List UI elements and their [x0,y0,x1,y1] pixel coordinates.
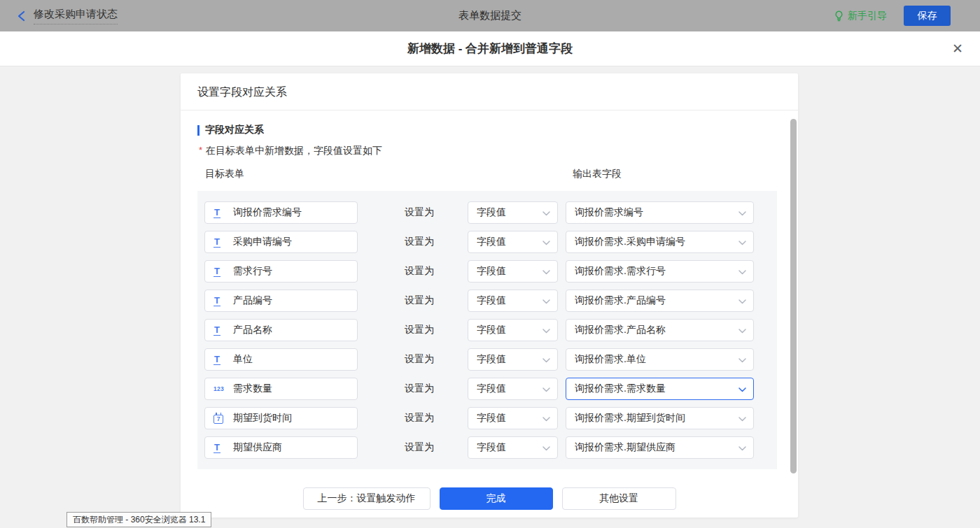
value-type-label: 字段值 [477,353,506,366]
text-field-icon: T [214,237,229,248]
topbar: 修改采购申请状态 表单数据提交 新手引导 保存 [0,0,980,31]
output-field-select[interactable]: 询报价需求.需求行号 [566,260,754,283]
chevron-down-icon [738,211,746,216]
chevron-down-icon [542,270,550,275]
output-field-label: 询报价需求.需求行号 [575,265,666,278]
value-type-select[interactable]: 字段值 [468,319,558,341]
section-title-label: 字段对应关系 [205,124,264,136]
browser-status-tooltip: 百数帮助管理 - 360安全浏览器 13.1 [66,512,211,527]
value-type-label: 字段值 [477,324,506,336]
section-accent-bar [197,125,200,136]
chevron-down-icon [738,270,746,275]
column-headers: 目标表单 输出表字段 [181,168,798,182]
target-field-label: 采购申请编号 [233,236,292,248]
field-mapping-row: 7 期望到货时间 设置为 字段值 询报价需求.期望到货时间 [204,404,777,433]
output-field-label: 询报价需求.需求数量 [575,383,666,395]
output-field-select[interactable]: 询报价需求.产品编号 [566,290,754,312]
output-field-label: 询报价需求编号 [575,206,643,219]
chevron-down-icon [738,387,746,392]
value-type-select[interactable]: 字段值 [468,231,558,253]
chevron-down-icon [738,329,746,334]
target-field-box[interactable]: 123 需求数量 [204,378,358,400]
target-field-label: 期望供应商 [233,441,282,454]
target-field-box[interactable]: T 询报价需求编号 [204,201,358,224]
field-mapping-row: T 期望供应商 设置为 字段值 询报价需求.期望供应商 [204,433,777,462]
set-as-label: 设置为 [405,353,434,366]
output-field-select[interactable]: 询报价需求.单位 [566,348,754,371]
chevron-down-icon [738,358,746,363]
chevron-down-icon [542,241,550,245]
field-mapping-row: 123 需求数量 设置为 字段值 询报价需求.需求数量 [204,374,777,404]
value-type-label: 字段值 [477,412,506,424]
field-mapping-row: T 询报价需求编号 设置为 字段值 询报价需求编号 [204,198,777,227]
chevron-down-icon [542,299,550,304]
target-field-box[interactable]: 7 期望到货时间 [204,407,358,429]
value-type-label: 字段值 [477,206,506,219]
beginner-guide-button[interactable]: 新手引导 [834,10,887,22]
target-field-box[interactable]: T 产品编号 [204,290,358,312]
text-field-icon: T [214,296,229,306]
lightbulb-icon [834,10,844,22]
value-type-select[interactable]: 字段值 [468,290,558,312]
output-field-label: 询报价需求.单位 [575,353,646,366]
output-field-select[interactable]: 询报价需求.需求数量 [566,378,754,400]
target-field-box[interactable]: T 产品名称 [204,319,358,341]
target-field-label: 产品名称 [233,324,272,336]
scrollbar-thumb[interactable] [790,119,797,473]
value-type-select[interactable]: 字段值 [468,348,558,371]
output-field-select[interactable]: 询报价需求.采购申请编号 [566,231,754,253]
target-field-box[interactable]: T 期望供应商 [204,436,358,459]
target-field-label: 询报价需求编号 [233,206,302,219]
value-type-select[interactable]: 字段值 [468,201,558,224]
value-type-select[interactable]: 字段值 [468,436,558,459]
output-field-label: 询报价需求.产品编号 [575,294,666,307]
output-field-label: 询报价需求.产品名称 [575,324,666,336]
target-field-box[interactable]: T 采购申请编号 [204,231,358,253]
set-as-label: 设置为 [405,383,434,395]
chevron-down-icon [738,446,746,451]
set-as-label: 设置为 [405,412,434,424]
close-icon[interactable]: ✕ [952,41,963,57]
number-field-icon: 123 [214,385,229,392]
value-type-select[interactable]: 字段值 [468,260,558,283]
output-field-select[interactable]: 询报价需求.期望供应商 [566,436,754,459]
save-button[interactable]: 保存 [904,6,951,26]
chevron-down-icon [542,358,550,363]
output-field-select[interactable]: 询报价需求.产品名称 [566,319,754,341]
output-field-select[interactable]: 询报价需求.期望到货时间 [566,407,754,429]
set-as-label: 设置为 [405,236,434,248]
chevron-down-icon [542,446,550,451]
field-mapping-row: T 产品名称 设置为 字段值 询报价需求.产品名称 [204,315,777,345]
done-button[interactable]: 完成 [440,487,553,510]
output-field-label: 询报价需求.采购申请编号 [575,236,685,248]
value-type-label: 字段值 [477,383,506,395]
output-field-select[interactable]: 询报价需求编号 [566,201,754,224]
section-title: 字段对应关系 [197,124,781,136]
field-mapping-row: T 产品编号 设置为 字段值 询报价需求.产品编号 [204,286,777,315]
set-as-label: 设置为 [405,441,434,454]
text-field-icon: T [214,325,229,336]
other-settings-button[interactable]: 其他设置 [562,487,676,510]
target-field-label: 需求行号 [233,265,272,278]
chevron-down-icon [542,329,550,334]
beginner-guide-label: 新手引导 [848,10,887,22]
value-type-label: 字段值 [477,236,506,248]
set-as-label: 设置为 [405,294,434,307]
date-field-icon: 7 [214,413,229,424]
value-type-label: 字段值 [477,441,506,454]
value-type-select[interactable]: 字段值 [468,407,558,429]
required-note: *在目标表单中新增数据，字段值设置如下 [199,145,781,157]
output-field-label: 询报价需求.期望到货时间 [575,412,685,424]
mapping-rows-area: T 询报价需求编号 设置为 字段值 询报价需求编号 T 采购申请编号 设置为 字… [197,191,777,469]
previous-step-button[interactable]: 上一步：设置触发动作 [303,487,430,510]
target-field-label: 产品编号 [233,294,272,307]
value-type-select[interactable]: 字段值 [468,378,558,400]
text-field-icon: T [214,266,229,277]
field-mapping-row: T 需求行号 设置为 字段值 询报价需求.需求行号 [204,257,777,286]
column-header-target: 目标表单 [205,168,244,180]
target-field-box[interactable]: T 单位 [204,348,358,371]
value-type-label: 字段值 [477,294,506,307]
panel-header: 设置字段对应关系 [181,73,798,110]
field-mapping-row: T 采购申请编号 设置为 字段值 询报价需求.采购申请编号 [204,227,777,257]
target-field-box[interactable]: T 需求行号 [204,260,358,283]
